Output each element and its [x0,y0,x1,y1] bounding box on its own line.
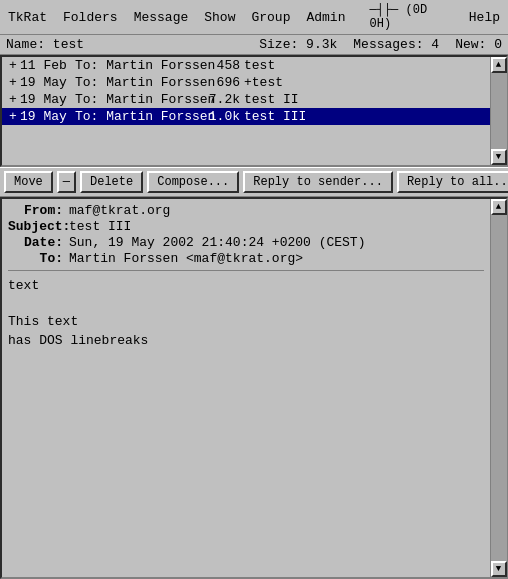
folder-name-section: Name: test [6,37,84,52]
msg-size: 7.2k [195,92,240,107]
date-value: Sun, 19 May 2002 21:40:24 +0200 (CEST) [69,235,365,250]
detail-scroll-up-button[interactable]: ▲ [491,199,507,215]
to-row: To: Martin Forssen <maf@tkrat.org> [8,251,484,266]
date-row: Date: Sun, 19 May 2002 21:40:24 +0200 (C… [8,235,484,250]
menubar: TkRat Folders Message Show Group Admin ─… [0,0,508,35]
group-menu[interactable]: Group [247,9,294,26]
subject-label: Subject: [8,219,63,234]
table-row[interactable]: + 11 Feb To: Martin Forssen 458 test [2,57,490,74]
folder-stats: Size: 9.3k Messages: 4 New: 0 [259,37,502,52]
date-label: Date: [8,235,63,250]
message-list-container: + 11 Feb To: Martin Forssen 458 test + 1… [0,55,508,167]
body-line2: has DOS linebreaks [8,332,484,350]
msg-to: To: Martin Forssen [75,92,195,107]
msg-date: 19 May [20,92,75,107]
table-row[interactable]: + 19 May To: Martin Forssen 696 +test [2,74,490,91]
msg-flag: + [6,58,20,73]
subject-row: Subject: test III [8,219,484,234]
from-label: From: [8,203,63,218]
delete-button[interactable]: Delete [80,171,143,193]
msg-date: 19 May [20,75,75,90]
msg-subject: test II [244,92,486,107]
admin-menu[interactable]: Admin [302,9,349,26]
show-menu[interactable]: Show [200,9,239,26]
msg-flag: + [6,109,20,124]
list-scrollbar[interactable]: ▲ ▼ [490,57,506,165]
size-display: Size: 9.3k [259,37,337,52]
tkrat-menu[interactable]: TkRat [4,9,51,26]
app-window: TkRat Folders Message Show Group Admin ─… [0,0,508,579]
name-label: Name: [6,37,45,52]
reply-sender-button[interactable]: Reply to sender... [243,171,393,193]
to-label: To: [8,251,63,266]
text-marker: text [8,277,484,295]
toolbar: Move ─ Delete Compose... Reply to sender… [0,167,508,197]
reply-all-button[interactable]: Reply to all... [397,171,508,193]
move-button[interactable]: Move [4,171,53,193]
msg-flag: + [6,92,20,107]
detail-scroll-down-button[interactable]: ▼ [491,561,507,577]
subject-value: test III [69,219,131,234]
msg-to: To: Martin Forssen [75,75,195,90]
msg-date: 11 Feb [20,58,75,73]
msg-date: 19 May [20,109,75,124]
compose-button[interactable]: Compose... [147,171,239,193]
message-detail: From: maf@tkrat.org Subject: test III Da… [2,199,490,577]
scroll-up-button[interactable]: ▲ [491,57,507,73]
msg-to: To: Martin Forssen [75,58,195,73]
folders-menu[interactable]: Folders [59,9,122,26]
move-arrow-button[interactable]: ─ [57,171,76,193]
message-menu[interactable]: Message [130,9,193,26]
message-detail-container: From: maf@tkrat.org Subject: test III Da… [0,197,508,579]
msg-to: To: Martin Forssen [75,109,195,124]
msg-subject: +test [244,75,486,90]
messages-display: Messages: 4 [353,37,439,52]
status-display: ─┤├─ (0D 0H) [365,2,448,32]
to-value: Martin Forssen <maf@tkrat.org> [69,251,303,266]
msg-size: 458 [195,58,240,73]
help-menu[interactable]: Help [465,9,504,26]
scroll-track[interactable] [491,73,507,149]
msg-size: 1.0k [195,109,240,124]
msg-size: 696 [195,75,240,90]
detail-scroll-track[interactable] [491,215,507,561]
scroll-down-button[interactable]: ▼ [491,149,507,165]
table-row[interactable]: + 19 May To: Martin Forssen 7.2k test II [2,91,490,108]
name-bar: Name: test Size: 9.3k Messages: 4 New: 0 [0,35,508,55]
body-line1: This text [8,313,484,331]
folder-name-value: test [53,37,84,52]
header-separator [8,270,484,271]
detail-scrollbar[interactable]: ▲ ▼ [490,199,506,577]
message-body: text This text has DOS linebreaks [8,275,484,350]
msg-flag: + [6,75,20,90]
message-list: + 11 Feb To: Martin Forssen 458 test + 1… [2,57,490,165]
msg-subject: test III [244,109,486,124]
new-display: New: 0 [455,37,502,52]
from-row: From: maf@tkrat.org [8,203,484,218]
table-row[interactable]: + 19 May To: Martin Forssen 1.0k test II… [2,108,490,125]
from-value: maf@tkrat.org [69,203,170,218]
msg-subject: test [244,58,486,73]
